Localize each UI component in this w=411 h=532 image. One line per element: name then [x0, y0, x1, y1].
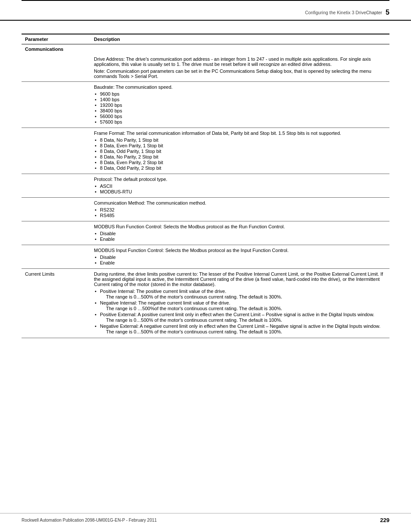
- list-item: 8 Data, No Parity, 2 Stop bit: [94, 154, 386, 159]
- table-row: Current Limits During runtime, the drive…: [22, 269, 389, 338]
- desc-para: During runtime, the drive limits positiv…: [94, 271, 386, 287]
- desc-para: Drive Address: The drive's communication…: [94, 56, 386, 67]
- table-row: Baudrate: The communication speed. 9600 …: [22, 82, 389, 128]
- desc-para: Communication Method: The communication …: [94, 200, 386, 205]
- list-item: RS232: [94, 207, 386, 212]
- baudrate-list: 9600 bps 1400 bps 19200 bps 38400 bps 56…: [94, 91, 386, 124]
- current-limits-list: Positive Internal: The positive current …: [94, 289, 386, 334]
- desc-frame-format: Frame Format: The serial communication i…: [90, 128, 389, 174]
- table-row: MODBUS Input Function Control: Selects t…: [22, 245, 389, 269]
- param-baudrate: [22, 82, 90, 128]
- desc-para: MODBUS Input Function Control: Selects t…: [94, 248, 386, 253]
- header-title: Configuring the Kinetix 3 Drive: [305, 10, 366, 15]
- list-item: 8 Data, Even Parity, 2 Stop bit: [94, 160, 386, 165]
- list-item: MODBUS-RTU: [94, 189, 386, 194]
- list-item: 9600 bps: [94, 91, 386, 96]
- indent-note: The range is 0 …500%of the motor's conti…: [100, 306, 386, 311]
- table-row: Communication Method: The communication …: [22, 198, 389, 221]
- desc-para: Frame Format: The serial communication i…: [94, 131, 386, 136]
- list-item: Positive External: A positive current li…: [94, 312, 386, 323]
- protocol-list: ASCII MODBUS-RTU: [94, 184, 386, 194]
- param-drive-address: [22, 54, 90, 82]
- table-header-row: Parameter Description: [22, 34, 389, 44]
- desc-modbus-run: MODBUS Run Function Control: Selects the…: [90, 221, 389, 245]
- param-frame-format: [22, 128, 90, 174]
- footer-page-number: 229: [380, 517, 389, 523]
- page-header: Configuring the Kinetix 3 Drive Chapter …: [0, 1, 411, 21]
- list-item: 8 Data, Even Parity, 1 Stop bit: [94, 143, 386, 148]
- section-label: Communications: [22, 44, 389, 54]
- desc-current-limits: During runtime, the drive limits positiv…: [90, 269, 389, 338]
- table-row: Protocol: The default protocol type. ASC…: [22, 174, 389, 198]
- desc-note: Note: Communication port parameters can …: [94, 68, 386, 79]
- indent-note: The range is 0…500% of the motor's conti…: [100, 317, 386, 323]
- modbus-run-list: Disable Enable: [94, 231, 386, 242]
- list-item: 57600 bps: [94, 119, 386, 124]
- table-row: MODBUS Run Function Control: Selects the…: [22, 221, 389, 245]
- param-modbus-input: [22, 245, 90, 269]
- col-desc-header: Description: [90, 34, 389, 44]
- page: Configuring the Kinetix 3 Drive Chapter …: [0, 0, 411, 532]
- table-row: Drive Address: The drive's communication…: [22, 54, 389, 82]
- section-communications: Communications: [22, 44, 389, 54]
- table-row: Frame Format: The serial communication i…: [22, 128, 389, 174]
- list-item: 38400 bps: [94, 108, 386, 113]
- desc-para: MODBUS Run Function Control: Selects the…: [94, 224, 386, 229]
- list-item: RS485: [94, 213, 386, 218]
- param-comm-method: [22, 198, 90, 221]
- list-item: 8 Data, Odd Parity, 2 Stop bit: [94, 165, 386, 171]
- list-item: 1400 bps: [94, 97, 386, 102]
- footer-publication: Rockwell Automation Publication 2098-UM0…: [22, 518, 157, 523]
- param-protocol: [22, 174, 90, 198]
- list-item: 8 Data, Odd Parity, 1 Stop bit: [94, 149, 386, 154]
- desc-para: Protocol: The default protocol type.: [94, 177, 386, 182]
- param-modbus-run: [22, 221, 90, 245]
- list-item: Negative External: A negative current li…: [94, 324, 386, 334]
- main-content: Parameter Description Communications Dri…: [0, 21, 411, 355]
- comm-method-list: RS232 RS485: [94, 207, 386, 218]
- list-item: Enable: [94, 260, 386, 265]
- desc-para: Baudrate: The communication speed.: [94, 84, 386, 90]
- param-current-limits: Current Limits: [22, 269, 90, 338]
- list-item: 56000 bps: [94, 114, 386, 119]
- chapter-number: 5: [386, 9, 389, 16]
- main-table: Parameter Description Communications Dri…: [22, 34, 389, 338]
- modbus-input-list: Disable Enable: [94, 255, 386, 265]
- frame-format-list: 8 Data, No Parity, 1 Stop bit 8 Data, Ev…: [94, 137, 386, 171]
- chapter-label: Chapter: [366, 10, 382, 15]
- list-item: Disable: [94, 255, 386, 260]
- list-item: 8 Data, No Parity, 1 Stop bit: [94, 137, 386, 143]
- desc-drive-address: Drive Address: The drive's communication…: [90, 54, 389, 82]
- header-chapter: Chapter 5: [366, 9, 389, 16]
- list-item: 19200 bps: [94, 103, 386, 108]
- page-footer: Rockwell Automation Publication 2098-UM0…: [0, 513, 411, 523]
- list-item: ASCII: [94, 184, 386, 189]
- desc-protocol: Protocol: The default protocol type. ASC…: [90, 174, 389, 198]
- indent-note: The range is 0…500% of the motor's conti…: [100, 294, 386, 299]
- list-item: Disable: [94, 231, 386, 236]
- indent-note: The range is 0…500% of the motor's conti…: [100, 329, 386, 334]
- desc-modbus-input: MODBUS Input Function Control: Selects t…: [90, 245, 389, 269]
- list-item: Positive Internal: The positive current …: [94, 289, 386, 299]
- desc-comm-method: Communication Method: The communication …: [90, 198, 389, 221]
- list-item: Negative Internal: The negative current …: [94, 300, 386, 311]
- desc-baudrate: Baudrate: The communication speed. 9600 …: [90, 82, 389, 128]
- col-param-header: Parameter: [22, 34, 90, 44]
- list-item: Enable: [94, 236, 386, 242]
